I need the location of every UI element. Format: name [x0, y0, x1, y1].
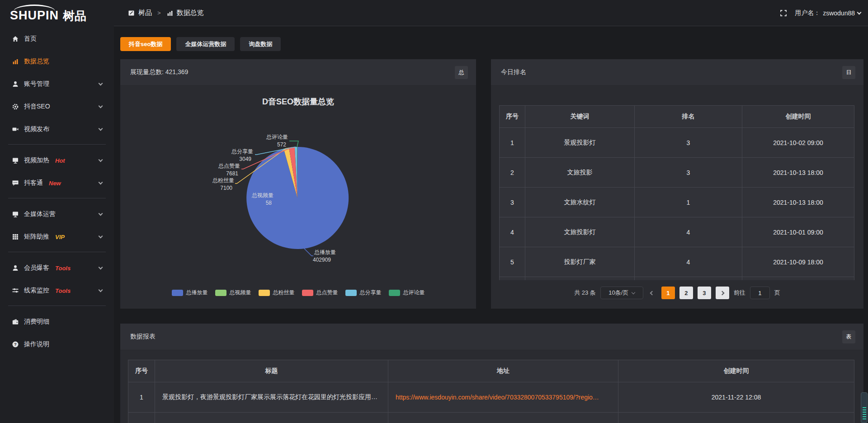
pie-chart[interactable]: 总播放量402909总视频量58总粉丝量7100总点赞量7681总分享量3049… — [120, 86, 476, 285]
page-size-select[interactable]: 10条/页 — [600, 287, 643, 299]
table-header-row: 序号 标题 地址 创建时间 — [128, 360, 854, 382]
logo[interactable]: SHUPIN 树品 — [0, 5, 114, 22]
breadcrumb-home[interactable]: 树品 — [128, 9, 152, 17]
pie-label-name: 总播放量 — [314, 249, 336, 255]
topbar: SHUPIN 树品 树品 > 数据总览 用户名：zswodun88 — [0, 0, 868, 26]
col-header: 标题 — [155, 360, 388, 382]
sidebar-item-douyin-seo[interactable]: 抖音SEO — [0, 95, 114, 118]
breadcrumb-label: 树品 — [138, 9, 152, 17]
legend-label: 总视频量 — [230, 289, 251, 296]
table-header-row: 序号 关键词 排名 创建时间 — [500, 106, 854, 128]
sidebar-item-video-heat[interactable]: 视频加热 Hot — [0, 149, 114, 172]
chevron-down-icon — [99, 265, 103, 270]
col-header: 创建时间 — [618, 360, 854, 382]
home-icon — [12, 35, 19, 42]
col-header: 创建时间 — [742, 106, 854, 128]
legend-item[interactable]: 总视频量 — [215, 289, 251, 296]
video-link[interactable]: https://www.iesdouyin.com/share/video/70… — [396, 394, 599, 401]
page-button-2[interactable]: 2 — [679, 287, 693, 299]
sidebar-item-label: 会员爆客 — [24, 264, 49, 272]
sidebar-item-member-burst[interactable]: 会员爆客 Tools — [0, 257, 114, 279]
sidebar-item-account[interactable]: 账号管理 — [0, 73, 114, 95]
sidebar-item-media-ops[interactable]: 全媒体运营 — [0, 203, 114, 226]
breadcrumb-separator: > — [157, 9, 161, 16]
page-button-1[interactable]: 1 — [661, 287, 675, 299]
sidebar-item-help[interactable]: ? 操作说明 — [0, 333, 114, 356]
chevron-down-icon — [632, 290, 635, 294]
monitor-icon — [12, 211, 19, 218]
user-menu[interactable]: 用户名：zswodun88 — [795, 9, 861, 17]
total-view-button[interactable]: 总 — [455, 66, 468, 79]
scroll-dash — [863, 407, 866, 408]
table-row: 4 文旅投影灯 4 2021-10-01 09:00 — [500, 217, 854, 247]
day-view-button[interactable]: 日 — [842, 66, 855, 79]
bar-chart-icon — [166, 9, 174, 17]
sidebar-item-spend-detail[interactable]: 消费明细 — [0, 310, 114, 333]
prev-page-button[interactable] — [648, 291, 657, 295]
tab-media-ops-data[interactable]: 全媒体运营数据 — [176, 37, 235, 51]
sidebar-item-lead-monitor[interactable]: 线索监控 Tools — [0, 279, 114, 302]
cell-index: 1 — [500, 128, 525, 158]
legend-item[interactable]: 总点赞量 — [302, 289, 338, 296]
table-view-button[interactable]: 表 — [842, 330, 855, 343]
menu-separator — [8, 198, 106, 198]
sidebar-item-data-overview[interactable]: 数据总览 — [0, 50, 114, 73]
video-icon — [12, 126, 19, 133]
chevron-right-icon — [720, 291, 725, 295]
legend-item[interactable]: 总评论量 — [389, 289, 425, 296]
breadcrumb-current[interactable]: 数据总览 — [166, 9, 204, 17]
sidebar-item-home[interactable]: 首页 — [0, 28, 114, 50]
chart-legend: 总播放量总视频量总粉丝量总点赞量总分享量总评论量 — [120, 289, 476, 296]
cell-title: 景观投影灯，夜游景观投影灯厂家展示展示落花灯在花园里的灯光投影应用效果 # — [155, 382, 388, 413]
sliders-icon — [12, 287, 19, 294]
scroll-dash — [863, 414, 866, 415]
tab-inquiry-data[interactable]: 询盘数据 — [240, 37, 281, 51]
legend-item[interactable]: 总播放量 — [172, 289, 208, 296]
cell-rank: 4 — [635, 247, 742, 277]
sidebar-item-label: 矩阵助推 — [24, 233, 49, 241]
chevron-down-icon — [99, 212, 103, 216]
table-row: 1 景观投影灯 3 2021-10-02 09:00 — [500, 128, 854, 158]
pie-label-name: 总视频量 — [251, 192, 274, 198]
ranking-panel-header: 今日排名 日 — [491, 59, 863, 86]
sidebar-item-matrix-boost[interactable]: 矩阵助推 VIP — [0, 226, 114, 248]
cell-index: 3 — [500, 188, 525, 217]
cell-index: 4 — [500, 217, 525, 247]
vip-badge: VIP — [55, 234, 65, 240]
sidebar-item-label: 视频发布 — [24, 125, 49, 133]
page-size-value: 10条/页 — [609, 289, 628, 297]
page-button-3[interactable]: 3 — [698, 287, 711, 299]
sidebar-item-label: 操作说明 — [24, 340, 49, 348]
next-page-button[interactable] — [716, 287, 729, 299]
col-header: 地址 — [388, 360, 618, 382]
scrollbar-thumb[interactable] — [861, 392, 868, 423]
cell-keyword: 投影灯厂家 — [525, 247, 635, 277]
sidebar-item-doketong[interactable]: 抖客通 New — [0, 172, 114, 194]
overview-panel-header: 展现量总数: 421,369 总 — [120, 59, 476, 86]
tools-badge: Tools — [55, 287, 71, 294]
pagination: 共 23 条 10条/页 1 2 3 前往 页 — [491, 287, 863, 299]
scroll-dash — [863, 418, 866, 419]
breadcrumb-label: 数据总览 — [177, 9, 204, 17]
logo-text-en: SHUPIN — [10, 5, 59, 22]
legend-item[interactable]: 总分享量 — [345, 289, 382, 296]
logo-text-cn: 树品 — [63, 10, 86, 22]
chevron-down-icon — [99, 234, 103, 239]
sidebar-item-label: 消费明细 — [24, 318, 49, 326]
gear-icon — [12, 103, 19, 110]
legend-item[interactable]: 总粉丝量 — [259, 289, 295, 296]
report-panel-header: 数据报表 表 — [120, 324, 863, 350]
chevron-left-icon — [650, 291, 655, 295]
legend-label: 总点赞量 — [316, 289, 338, 296]
monitor-icon — [12, 157, 19, 164]
pie-label-value: 572 — [277, 141, 286, 148]
fullscreen-icon[interactable] — [780, 9, 787, 17]
sidebar-item-video-publish[interactable]: 视频发布 — [0, 118, 114, 141]
col-header: 序号 — [128, 360, 155, 382]
tab-douyin-seo-data[interactable]: 抖音seo数据 — [120, 37, 171, 51]
scroll-dash — [863, 412, 866, 413]
legend-swatch — [259, 290, 270, 296]
table-row: 2 文旅投影 3 2021-10-13 18:00 — [500, 158, 854, 188]
col-header: 序号 — [500, 106, 525, 128]
goto-page-input[interactable] — [750, 287, 770, 299]
